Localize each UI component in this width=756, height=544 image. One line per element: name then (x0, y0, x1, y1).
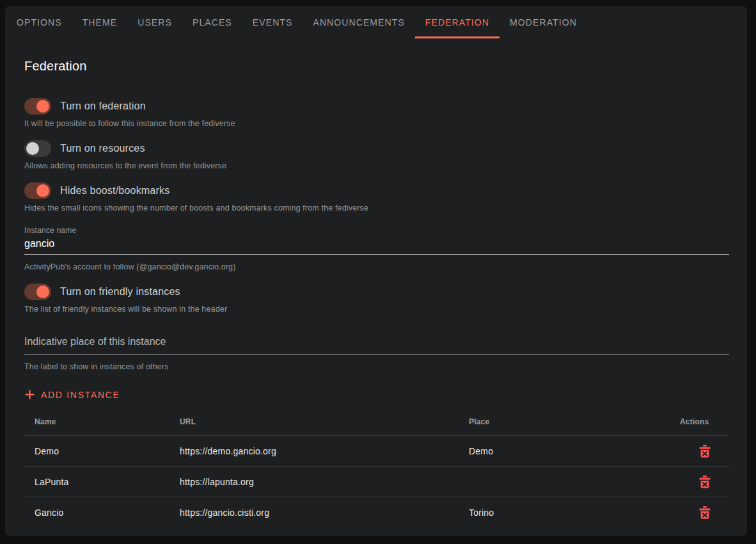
toggle-knob (36, 184, 49, 197)
instance-place-cell (459, 467, 680, 497)
instance-name-field: Instance name ActivityPub's account to f… (24, 226, 729, 271)
delete-instance-button[interactable] (697, 504, 713, 522)
delete-instance-button[interactable] (697, 473, 713, 491)
table-row: LaPunta https://lapunta.org (24, 467, 729, 497)
federation-settings-panel: Federation Turn on federation It will be… (5, 59, 747, 528)
admin-tab-bar: OPTIONS THEME USERS PLACES EVENTS ANNOUN… (5, 6, 747, 38)
tab-events[interactable]: EVENTS (242, 6, 303, 38)
friendly-instances-toggle-label: Turn on friendly instances (60, 286, 180, 298)
tab-options[interactable]: OPTIONS (6, 6, 72, 38)
column-header-actions: Actions (680, 409, 729, 436)
tab-label: USERS (138, 17, 172, 28)
federation-toggle-row: Turn on federation (24, 98, 729, 115)
friendly-instances-toggle-row: Turn on friendly instances (24, 284, 729, 300)
delete-instance-button[interactable] (697, 442, 713, 460)
federation-toggle[interactable] (24, 98, 51, 115)
instance-name-cell: Gancio (24, 497, 169, 528)
add-instance-button-label: ADD INSTANCE (41, 390, 120, 400)
tab-label: MODERATION (510, 17, 577, 28)
column-header-place: Place (459, 409, 680, 436)
trash-delete-icon (699, 450, 711, 460)
page-title: Federation (24, 59, 729, 74)
column-header-url: URL (169, 409, 459, 436)
tab-places[interactable]: PLACES (182, 6, 242, 38)
tab-announcements[interactable]: ANNOUNCEMENTS (303, 6, 414, 38)
tab-label: OPTIONS (17, 17, 62, 28)
tab-moderation[interactable]: MODERATION (500, 6, 587, 38)
resources-toggle[interactable] (24, 140, 51, 157)
tab-label: THEME (83, 17, 118, 28)
tab-federation[interactable]: FEDERATION (415, 6, 500, 38)
instance-place-hint: The label to show in instances of others (24, 362, 729, 371)
instance-name-cell: Demo (24, 436, 169, 467)
instance-name-hint: ActivityPub's account to follow (@gancio… (24, 262, 729, 271)
instance-url-cell: https://lapunta.org (169, 467, 459, 497)
hide-boost-toggle[interactable] (24, 182, 51, 199)
instance-place-cell: Demo (459, 436, 680, 467)
instance-place-cell: Torino (459, 497, 680, 528)
hide-boost-toggle-label: Hides boost/bookmarks (60, 185, 169, 196)
add-instance-button[interactable]: ADD INSTANCE (24, 387, 125, 403)
tab-label: FEDERATION (425, 17, 489, 28)
table-header-row: Name URL Place Actions (24, 409, 729, 436)
tab-label: PLACES (193, 17, 232, 28)
toggle-knob (26, 142, 39, 155)
admin-panel-card: OPTIONS THEME USERS PLACES EVENTS ANNOUN… (5, 6, 747, 536)
tab-label: ANNOUNCEMENTS (313, 17, 404, 28)
resources-toggle-hint: Allows adding resources to the event fro… (24, 161, 729, 170)
tab-theme[interactable]: THEME (72, 6, 128, 38)
friendly-instances-table: Name URL Place Actions Demo https://demo… (24, 409, 729, 528)
instance-place-field: The label to show in instances of others (24, 336, 729, 371)
instance-name-cell: LaPunta (24, 467, 169, 497)
instance-url-cell: https://demo.gancio.org (169, 436, 459, 467)
trash-delete-icon (699, 511, 711, 521)
tab-label: EVENTS (253, 17, 293, 28)
resources-toggle-row: Turn on resources (24, 140, 729, 157)
plus-icon (24, 389, 35, 400)
instance-name-input[interactable] (24, 236, 729, 255)
hide-boost-toggle-hint: Hides the small icons showing the number… (24, 204, 729, 212)
resources-toggle-label: Turn on resources (60, 143, 145, 154)
column-header-name: Name (24, 409, 169, 436)
friendly-instances-toggle-hint: The list of friendly instances will be s… (24, 305, 729, 314)
federation-toggle-label: Turn on federation (60, 100, 146, 112)
tab-users[interactable]: USERS (127, 6, 182, 38)
table-row: Gancio https://gancio.cisti.org Torino (24, 497, 729, 528)
toggle-knob (36, 100, 49, 113)
instance-place-input[interactable] (24, 336, 729, 355)
federation-toggle-hint: It will be possible to follow this insta… (24, 119, 729, 128)
table-row: Demo https://demo.gancio.org Demo (24, 436, 729, 467)
toggle-knob (36, 285, 49, 298)
instance-url-cell: https://gancio.cisti.org (169, 497, 459, 528)
hide-boost-toggle-row: Hides boost/bookmarks (24, 182, 729, 199)
instance-name-label: Instance name (24, 226, 729, 235)
friendly-instances-toggle[interactable] (24, 284, 51, 300)
trash-delete-icon (699, 481, 711, 490)
